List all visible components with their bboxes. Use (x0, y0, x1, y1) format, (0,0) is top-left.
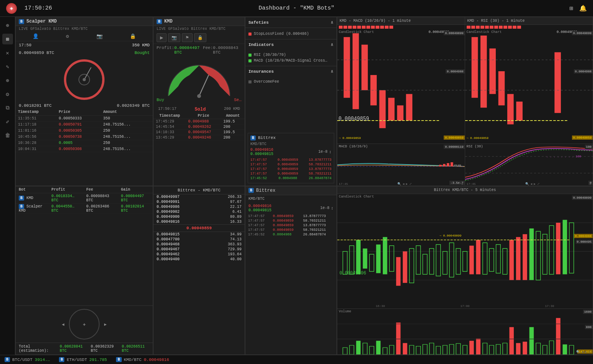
svg-rect-72 (556, 222, 560, 274)
svg-rect-46 (383, 237, 387, 274)
scalper-title: Scalper KMD (26, 19, 57, 24)
status-kmdbtc: B KMD/BTC 0.00049816 (116, 357, 169, 362)
gauge-svg (61, 57, 107, 103)
sidebar-item-trash[interactable]: 🗑 (2, 130, 13, 141)
ask-5-price: 0.00049900 (157, 215, 180, 219)
sidebar-item-edit[interactable]: ✎ (2, 61, 13, 72)
chart5m-volume: Volume (337, 309, 593, 354)
sidebar-item-pen[interactable]: ✐ (2, 116, 13, 127)
settings-icon[interactable]: ⚙ (66, 33, 69, 39)
rsi-arrow-current: → 0.00049859 (467, 136, 489, 140)
orderbook-panel: Bittrex - KMD/BTC 0.00049997 266.33 0.00… (153, 186, 245, 355)
rb1 (339, 26, 343, 29)
svg-rect-42 (356, 240, 361, 274)
bid-1-price: 0.00049815 (157, 232, 180, 237)
user-icon[interactable]: 👤 (33, 33, 39, 39)
bt-t3-time: 17:47:57 (250, 167, 267, 171)
bid-1: 0.00049815 34.99 (154, 232, 245, 237)
svg-rect-12 (397, 105, 404, 121)
bid-5-price: 0.00049462 (157, 252, 180, 256)
nav-left-btn[interactable]: ◀ (62, 322, 64, 327)
bittrex-recent-trades: 17:47:57 0.00049859 13.87877773 17:47:57… (250, 158, 332, 181)
screen-icon[interactable]: ⊞ (569, 5, 573, 12)
status-ethusdt-value: 291.785 (89, 357, 107, 362)
insurances-title: Insurances (248, 69, 274, 74)
svg-rect-6 (344, 37, 350, 98)
scalper-trades-container[interactable]: Timestamp Price Amount 11:35:51 0.000503… (16, 109, 153, 186)
scalper-trade-row: 10:04:31 0.00050308 248.75156... (16, 146, 153, 152)
macd-sub-chart: MACD (10/26/9) 0.00000119 -3.5e-7 (337, 144, 465, 186)
rb4 (353, 26, 356, 29)
rsi-rb6 (490, 26, 493, 29)
bt-r1-price: 0.00049859 (272, 214, 302, 219)
sidebar-item-add[interactable]: ⊕ (2, 75, 13, 86)
kmd-action-play[interactable]: ▶ (157, 33, 167, 42)
bid-1-amount: 34.99 (230, 232, 242, 237)
nav-right-btn[interactable]: ▶ (104, 322, 107, 327)
kmd-fee-label: Fee: (203, 46, 213, 55)
chart5m-nav-right[interactable]: ▶ (585, 350, 587, 354)
chart5m-zoom[interactable]: 🔍 (576, 350, 580, 354)
rsi-nav-right[interactable]: ▶ (534, 182, 536, 186)
sidebar-item-home[interactable]: ⊕ (2, 20, 13, 31)
sidebar-item-settings[interactable]: ⚙ (2, 89, 13, 100)
rsi-red-blocks (465, 25, 593, 29)
rsi-candle-label: Candlestick Chart (467, 30, 502, 34)
bittrex-mini-ticker: KMD/BTC (250, 142, 332, 146)
kmd-action-flag[interactable]: ⚑ (182, 33, 193, 42)
kmd-trade-row: 14:45:54 0.00049262 200 (154, 124, 245, 130)
chart5m-nav-expand[interactable]: ⤢ (588, 350, 591, 354)
rsi-nav-expand[interactable]: ⤢ (537, 182, 540, 186)
kmd-trades-container[interactable]: Timestamp Price Amount 17:45:29 0.000498… (154, 113, 245, 186)
bots-row-kmd: B KMD 0.0018334… BTC 0.00098843 BTC 0.00… (16, 193, 153, 203)
kmd-action-camera[interactable]: 📷 (168, 33, 180, 42)
indicators-collapse[interactable]: ∧ (331, 42, 333, 47)
rsi-nav-left[interactable]: ◀ (531, 182, 533, 186)
status-kmdbtc-badge: B (116, 357, 121, 362)
kmd-action-lock[interactable]: 🔒 (194, 33, 206, 42)
macd-nav-left[interactable]: ◀ (403, 182, 405, 186)
bt-t3-amount: 13.87877773 (309, 167, 332, 171)
svg-rect-68 (529, 228, 534, 280)
chart5m-nav-left[interactable]: ◀ (582, 350, 583, 354)
rsi-sub-chart: RSI (30) 100 0 . . . . . . . . 100 17:45 (465, 144, 593, 186)
bots-table-container[interactable]: Bot Profit Fee Gain B KMD 0.0018334… BTC… (16, 186, 153, 306)
chart5m-panel: Bittrex KMD/BTC - 5 minutes Candlestick … (337, 186, 593, 355)
rsi-time-left: 17:45 (467, 182, 476, 186)
rsi-zoom-icon[interactable]: 🔍 (525, 182, 529, 186)
bt-r5-amount: 26.88487874 (302, 232, 335, 237)
camera-icon[interactable]: 📷 (96, 33, 103, 39)
kmd-fee-value: 0.00098843 BTC (213, 46, 242, 55)
sidebar-item-grid[interactable]: ⊞ (2, 34, 13, 44)
nav-circle[interactable]: ✛ (69, 309, 100, 340)
bt-trade-5: 17:45:52 0.0004988 26.88487874 (250, 176, 332, 181)
scalper-subtitle: LIVE GFSalvato Bittrex KMD/BTC (16, 26, 153, 32)
ask-1: 0.00049997 266.33 (154, 194, 245, 199)
left-sidebar: ⊕ ⊞ ✕ ✎ ⊕ ⚙ ⧉ ✐ 🗑 (0, 17, 15, 355)
scalper-icons-row: 👤 ⚙ 📷 🔒 (16, 32, 153, 41)
macd-nav-right[interactable]: ▶ (406, 182, 408, 186)
bid-4-price: 0.00049467 (157, 247, 180, 251)
bell-icon[interactable]: 🔔 (579, 5, 587, 12)
rsi-price-tag-mid: 0.0004988 (574, 69, 593, 73)
sidebar-item-copy[interactable]: ⧉ (2, 103, 13, 113)
safeties-panel: Safeties ∧ StopLossFixed (0.000486) Indi… (245, 17, 337, 186)
sidebar-item-close[interactable]: ✕ (2, 47, 13, 58)
bt-t1-price: 0.00049859 (278, 158, 298, 162)
orderbook-scroll[interactable]: 0.00049997 266.33 0.00049991 97.67 0.000… (154, 194, 245, 355)
bittrex-recent-trades[interactable]: 17:47:57 0.00049859 13.87877773 17:47:57… (245, 214, 337, 355)
rsi-header: KMD - RSI (30) - 1 minute (465, 17, 593, 25)
orderbook-combined: Bittrex - KMD/BTC 0.00049997 266.33 0.00… (153, 186, 337, 355)
safeties-collapse[interactable]: ∧ (331, 20, 333, 25)
svg-rect-56 (449, 243, 454, 277)
ask-4-price: 0.00049902 (157, 210, 180, 214)
macd-nav-expand[interactable]: ⤢ (409, 182, 412, 186)
status-ethusdt-badge: B (59, 357, 64, 362)
insurances-collapse[interactable]: ∧ (331, 69, 333, 74)
lock-icon[interactable]: 🔒 (130, 33, 136, 39)
orderbook-title: Bittrex - KMD/BTC (154, 186, 245, 194)
bittrex-ex-prices: 0.00049816 0.00049815 1e-8 ↕ (245, 202, 337, 214)
macd-zoom-icon[interactable]: 🔍 (397, 182, 401, 186)
scalper-trade-row: 10:45:56 0.00050738 248.75156... (16, 134, 153, 140)
svg-rect-31 (554, 52, 561, 113)
